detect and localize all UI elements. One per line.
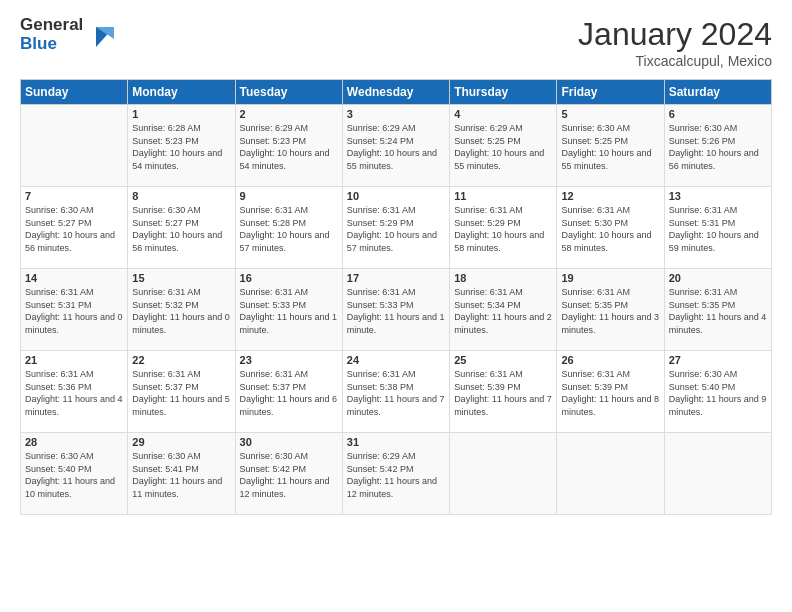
day-number: 27 xyxy=(669,354,767,366)
calendar-cell: 27Sunrise: 6:30 AMSunset: 5:40 PMDayligh… xyxy=(664,351,771,433)
day-number: 12 xyxy=(561,190,659,202)
calendar-cell: 4Sunrise: 6:29 AMSunset: 5:25 PMDaylight… xyxy=(450,105,557,187)
day-number: 25 xyxy=(454,354,552,366)
day-info: Sunrise: 6:28 AMSunset: 5:23 PMDaylight:… xyxy=(132,122,230,172)
title-section: January 2024 Tixcacalcupul, Mexico xyxy=(578,16,772,69)
calendar-cell: 14Sunrise: 6:31 AMSunset: 5:31 PMDayligh… xyxy=(21,269,128,351)
day-number: 19 xyxy=(561,272,659,284)
day-number: 13 xyxy=(669,190,767,202)
header-thursday: Thursday xyxy=(450,80,557,105)
page: General Blue January 2024 Tixcacalcupul,… xyxy=(0,0,792,612)
calendar-cell: 1Sunrise: 6:28 AMSunset: 5:23 PMDaylight… xyxy=(128,105,235,187)
week-row-3: 14Sunrise: 6:31 AMSunset: 5:31 PMDayligh… xyxy=(21,269,772,351)
header-friday: Friday xyxy=(557,80,664,105)
day-info: Sunrise: 6:31 AMSunset: 5:32 PMDaylight:… xyxy=(132,286,230,336)
calendar-cell: 29Sunrise: 6:30 AMSunset: 5:41 PMDayligh… xyxy=(128,433,235,515)
day-info: Sunrise: 6:31 AMSunset: 5:39 PMDaylight:… xyxy=(561,368,659,418)
calendar-cell: 2Sunrise: 6:29 AMSunset: 5:23 PMDaylight… xyxy=(235,105,342,187)
header-tuesday: Tuesday xyxy=(235,80,342,105)
day-number: 4 xyxy=(454,108,552,120)
week-row-2: 7Sunrise: 6:30 AMSunset: 5:27 PMDaylight… xyxy=(21,187,772,269)
calendar-cell: 12Sunrise: 6:31 AMSunset: 5:30 PMDayligh… xyxy=(557,187,664,269)
day-number: 26 xyxy=(561,354,659,366)
day-number: 11 xyxy=(454,190,552,202)
calendar-cell: 9Sunrise: 6:31 AMSunset: 5:28 PMDaylight… xyxy=(235,187,342,269)
calendar-cell: 13Sunrise: 6:31 AMSunset: 5:31 PMDayligh… xyxy=(664,187,771,269)
day-number: 29 xyxy=(132,436,230,448)
calendar-cell: 5Sunrise: 6:30 AMSunset: 5:25 PMDaylight… xyxy=(557,105,664,187)
day-info: Sunrise: 6:29 AMSunset: 5:42 PMDaylight:… xyxy=(347,450,445,500)
day-info: Sunrise: 6:31 AMSunset: 5:33 PMDaylight:… xyxy=(347,286,445,336)
day-info: Sunrise: 6:30 AMSunset: 5:26 PMDaylight:… xyxy=(669,122,767,172)
location: Tixcacalcupul, Mexico xyxy=(578,53,772,69)
day-info: Sunrise: 6:30 AMSunset: 5:25 PMDaylight:… xyxy=(561,122,659,172)
header-saturday: Saturday xyxy=(664,80,771,105)
day-info: Sunrise: 6:31 AMSunset: 5:37 PMDaylight:… xyxy=(240,368,338,418)
calendar-cell xyxy=(664,433,771,515)
day-number: 20 xyxy=(669,272,767,284)
day-info: Sunrise: 6:30 AMSunset: 5:41 PMDaylight:… xyxy=(132,450,230,500)
calendar-cell: 30Sunrise: 6:30 AMSunset: 5:42 PMDayligh… xyxy=(235,433,342,515)
day-info: Sunrise: 6:30 AMSunset: 5:40 PMDaylight:… xyxy=(25,450,123,500)
calendar-cell: 7Sunrise: 6:30 AMSunset: 5:27 PMDaylight… xyxy=(21,187,128,269)
calendar-cell: 18Sunrise: 6:31 AMSunset: 5:34 PMDayligh… xyxy=(450,269,557,351)
day-number: 17 xyxy=(347,272,445,284)
day-number: 2 xyxy=(240,108,338,120)
day-info: Sunrise: 6:31 AMSunset: 5:36 PMDaylight:… xyxy=(25,368,123,418)
day-number: 23 xyxy=(240,354,338,366)
day-number: 24 xyxy=(347,354,445,366)
day-number: 3 xyxy=(347,108,445,120)
day-number: 15 xyxy=(132,272,230,284)
day-info: Sunrise: 6:29 AMSunset: 5:24 PMDaylight:… xyxy=(347,122,445,172)
day-number: 31 xyxy=(347,436,445,448)
day-info: Sunrise: 6:30 AMSunset: 5:40 PMDaylight:… xyxy=(669,368,767,418)
week-row-4: 21Sunrise: 6:31 AMSunset: 5:36 PMDayligh… xyxy=(21,351,772,433)
day-number: 5 xyxy=(561,108,659,120)
calendar-header: Sunday Monday Tuesday Wednesday Thursday… xyxy=(21,80,772,105)
day-info: Sunrise: 6:31 AMSunset: 5:30 PMDaylight:… xyxy=(561,204,659,254)
calendar-cell: 20Sunrise: 6:31 AMSunset: 5:35 PMDayligh… xyxy=(664,269,771,351)
calendar-cell: 21Sunrise: 6:31 AMSunset: 5:36 PMDayligh… xyxy=(21,351,128,433)
week-row-5: 28Sunrise: 6:30 AMSunset: 5:40 PMDayligh… xyxy=(21,433,772,515)
calendar-cell: 22Sunrise: 6:31 AMSunset: 5:37 PMDayligh… xyxy=(128,351,235,433)
day-number: 14 xyxy=(25,272,123,284)
day-number: 7 xyxy=(25,190,123,202)
calendar-cell: 24Sunrise: 6:31 AMSunset: 5:38 PMDayligh… xyxy=(342,351,449,433)
calendar-cell: 28Sunrise: 6:30 AMSunset: 5:40 PMDayligh… xyxy=(21,433,128,515)
calendar-cell xyxy=(450,433,557,515)
calendar-cell xyxy=(21,105,128,187)
header-row: Sunday Monday Tuesday Wednesday Thursday… xyxy=(21,80,772,105)
logo: General Blue xyxy=(20,16,118,53)
logo-general: General xyxy=(20,16,83,35)
header-sunday: Sunday xyxy=(21,80,128,105)
day-number: 21 xyxy=(25,354,123,366)
day-info: Sunrise: 6:31 AMSunset: 5:33 PMDaylight:… xyxy=(240,286,338,336)
calendar-cell: 15Sunrise: 6:31 AMSunset: 5:32 PMDayligh… xyxy=(128,269,235,351)
calendar-cell: 31Sunrise: 6:29 AMSunset: 5:42 PMDayligh… xyxy=(342,433,449,515)
calendar-cell: 17Sunrise: 6:31 AMSunset: 5:33 PMDayligh… xyxy=(342,269,449,351)
calendar-cell: 6Sunrise: 6:30 AMSunset: 5:26 PMDaylight… xyxy=(664,105,771,187)
day-info: Sunrise: 6:31 AMSunset: 5:31 PMDaylight:… xyxy=(25,286,123,336)
day-info: Sunrise: 6:29 AMSunset: 5:25 PMDaylight:… xyxy=(454,122,552,172)
day-number: 16 xyxy=(240,272,338,284)
calendar-cell: 3Sunrise: 6:29 AMSunset: 5:24 PMDaylight… xyxy=(342,105,449,187)
day-info: Sunrise: 6:30 AMSunset: 5:27 PMDaylight:… xyxy=(132,204,230,254)
week-row-1: 1Sunrise: 6:28 AMSunset: 5:23 PMDaylight… xyxy=(21,105,772,187)
day-info: Sunrise: 6:31 AMSunset: 5:29 PMDaylight:… xyxy=(347,204,445,254)
day-info: Sunrise: 6:31 AMSunset: 5:38 PMDaylight:… xyxy=(347,368,445,418)
month-title: January 2024 xyxy=(578,16,772,53)
day-number: 28 xyxy=(25,436,123,448)
day-number: 6 xyxy=(669,108,767,120)
day-number: 9 xyxy=(240,190,338,202)
day-info: Sunrise: 6:31 AMSunset: 5:39 PMDaylight:… xyxy=(454,368,552,418)
day-info: Sunrise: 6:31 AMSunset: 5:31 PMDaylight:… xyxy=(669,204,767,254)
calendar-cell: 16Sunrise: 6:31 AMSunset: 5:33 PMDayligh… xyxy=(235,269,342,351)
calendar-cell: 11Sunrise: 6:31 AMSunset: 5:29 PMDayligh… xyxy=(450,187,557,269)
day-number: 30 xyxy=(240,436,338,448)
day-info: Sunrise: 6:30 AMSunset: 5:42 PMDaylight:… xyxy=(240,450,338,500)
header: General Blue January 2024 Tixcacalcupul,… xyxy=(20,16,772,69)
logo-blue: Blue xyxy=(20,35,83,54)
day-number: 1 xyxy=(132,108,230,120)
calendar-cell: 10Sunrise: 6:31 AMSunset: 5:29 PMDayligh… xyxy=(342,187,449,269)
calendar-body: 1Sunrise: 6:28 AMSunset: 5:23 PMDaylight… xyxy=(21,105,772,515)
